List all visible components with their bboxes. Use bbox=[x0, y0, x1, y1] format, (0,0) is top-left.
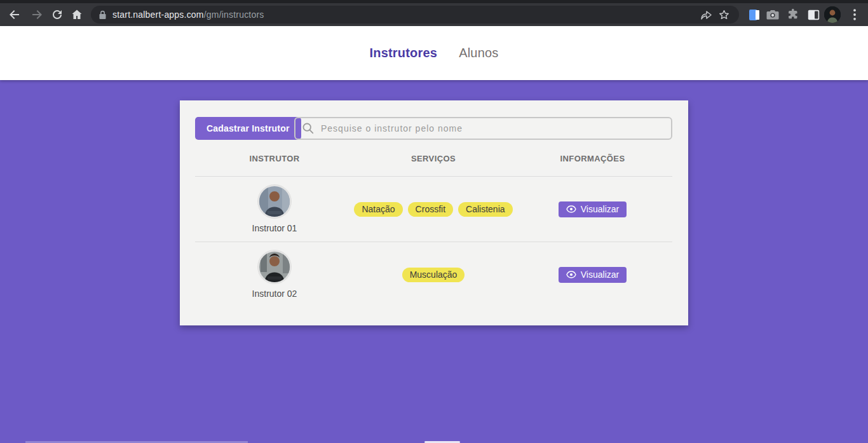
extensions-menu-button[interactable] bbox=[785, 6, 801, 23]
app-header: Instrutores Alunos bbox=[0, 26, 868, 80]
side-panel-button[interactable] bbox=[805, 6, 822, 23]
forward-button[interactable] bbox=[27, 4, 47, 25]
view-button-label: Visualizar bbox=[581, 204, 619, 214]
kebab-menu-icon bbox=[853, 9, 856, 20]
browser-menu-button[interactable] bbox=[846, 6, 863, 23]
service-tag: Natação bbox=[354, 202, 402, 217]
bookmark-star-button[interactable] bbox=[715, 6, 733, 24]
service-tag: Calistenia bbox=[458, 202, 512, 217]
reload-button[interactable] bbox=[47, 4, 67, 25]
extension-book-button[interactable] bbox=[745, 6, 761, 23]
instructor-avatar bbox=[258, 185, 291, 218]
extension-book-icon bbox=[749, 10, 757, 20]
table-row: Instrutor 01 Natação Crossfit Calistenia… bbox=[195, 177, 672, 242]
home-icon bbox=[71, 8, 83, 21]
view-instructor-button[interactable]: Visualizar bbox=[559, 267, 627, 283]
profile-avatar-button[interactable] bbox=[824, 6, 841, 23]
page-background: Cadastrar Instrutor INSTRUTOR SERVIÇOS I… bbox=[0, 80, 868, 443]
view-button-label: Visualizar bbox=[581, 269, 619, 280]
services-cell: Natação Crossfit Calistenia bbox=[354, 202, 513, 217]
forward-icon bbox=[31, 8, 43, 21]
reload-icon bbox=[51, 8, 64, 21]
tab-instrutores[interactable]: Instrutores bbox=[369, 46, 437, 60]
column-header-instrutor: INSTRUTOR bbox=[195, 154, 354, 163]
add-instructor-button[interactable]: Cadastrar Instrutor bbox=[195, 117, 301, 140]
actions-cell: Visualizar bbox=[513, 201, 672, 217]
column-header-informacoes: INFORMAÇÕES bbox=[513, 154, 672, 163]
tab-alunos[interactable]: Alunos bbox=[459, 46, 498, 60]
table-row: Instrutor 02 Musculação Visualizar bbox=[195, 242, 672, 307]
bookmark-star-icon bbox=[718, 9, 730, 21]
share-button[interactable] bbox=[697, 6, 715, 24]
back-button[interactable] bbox=[4, 4, 25, 25]
service-tag: Crossfit bbox=[408, 202, 453, 217]
side-panel-icon bbox=[808, 10, 820, 20]
address-bar[interactable]: start.nalbert-apps.com/gm/instructors bbox=[91, 6, 739, 24]
service-tag: Musculação bbox=[402, 268, 465, 282]
table-header-row: INSTRUTOR SERVIÇOS INFORMAÇÕES bbox=[195, 154, 672, 163]
instructors-card: Cadastrar Instrutor INSTRUTOR SERVIÇOS I… bbox=[180, 100, 688, 325]
extension-camera-button[interactable] bbox=[764, 6, 781, 23]
instructor-name: Instrutor 02 bbox=[252, 289, 297, 299]
instructor-cell: Instrutor 01 bbox=[195, 185, 354, 233]
extensions-puzzle-icon bbox=[787, 8, 799, 21]
instructor-name: Instrutor 01 bbox=[252, 223, 297, 233]
url-path: /gm/instructors bbox=[204, 10, 264, 20]
services-cell: Musculação bbox=[354, 268, 513, 282]
instructor-avatar bbox=[258, 250, 291, 283]
actions-cell: Visualizar bbox=[513, 267, 672, 283]
url-text[interactable]: start.nalbert-apps.com/gm/instructors bbox=[112, 10, 697, 20]
home-button[interactable] bbox=[67, 4, 87, 25]
url-domain: start.nalbert-apps.com bbox=[112, 10, 204, 20]
search-icon bbox=[302, 122, 315, 135]
column-header-servicos: SERVIÇOS bbox=[354, 154, 513, 163]
lock-icon bbox=[98, 10, 107, 20]
eye-icon bbox=[566, 271, 576, 278]
search-field bbox=[294, 117, 672, 140]
profile-avatar bbox=[824, 6, 841, 23]
back-icon bbox=[8, 8, 21, 21]
camera-icon bbox=[766, 9, 779, 20]
browser-toolbar: start.nalbert-apps.com/gm/instructors bbox=[0, 3, 868, 26]
share-icon bbox=[700, 10, 712, 20]
instructor-cell: Instrutor 02 bbox=[195, 250, 354, 299]
eye-icon bbox=[566, 205, 576, 213]
search-input[interactable] bbox=[321, 123, 665, 133]
view-instructor-button[interactable]: Visualizar bbox=[559, 201, 627, 217]
